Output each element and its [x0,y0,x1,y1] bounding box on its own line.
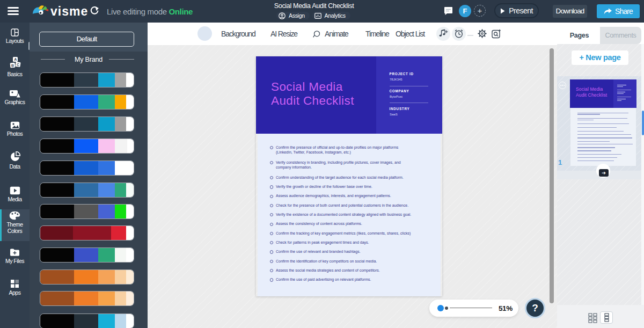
svg-text:A: A [14,57,17,61]
